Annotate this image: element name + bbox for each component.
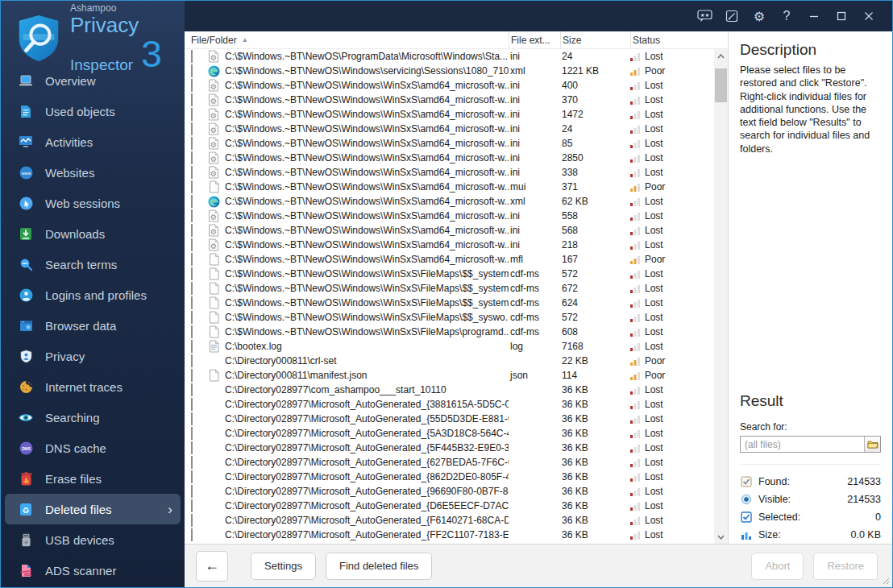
row-checkbox[interactable] bbox=[191, 267, 193, 280]
find-deleted-files-button[interactable]: Find deleted files bbox=[326, 553, 432, 580]
row-checkbox[interactable] bbox=[191, 93, 193, 106]
scroll-down-icon[interactable] bbox=[714, 530, 728, 544]
restore-button[interactable]: Restore bbox=[813, 553, 878, 580]
row-checkbox[interactable] bbox=[191, 50, 193, 63]
sidebar-item-search-terms[interactable]: Search terms bbox=[5, 249, 181, 280]
row-checkbox[interactable] bbox=[191, 369, 193, 382]
maximize-icon[interactable] bbox=[828, 4, 855, 28]
column-header-file-folder[interactable]: File/Folder▲ bbox=[185, 31, 509, 48]
sidebar-item-activities[interactable]: Activities bbox=[5, 126, 181, 157]
table-row[interactable]: ⚙C:\$Windows.~BT\NewOS\Windows\WinSxS\am… bbox=[185, 78, 714, 93]
row-checkbox[interactable] bbox=[191, 209, 193, 222]
table-row[interactable]: C:\Directory028977\Microsoft_AutoGenerat… bbox=[185, 470, 714, 484]
row-checkbox[interactable] bbox=[191, 427, 193, 440]
table-row[interactable]: C:\Directory028977\Microsoft_AutoGenerat… bbox=[185, 484, 714, 499]
row-checkbox[interactable] bbox=[191, 122, 193, 135]
row-checkbox[interactable] bbox=[191, 528, 193, 541]
settings-button[interactable]: Settings bbox=[251, 553, 316, 580]
row-checkbox[interactable] bbox=[191, 224, 193, 237]
sidebar-item-usb-devices[interactable]: ⎈USB devices bbox=[5, 524, 181, 555]
column-header-status[interactable]: Status bbox=[630, 31, 728, 48]
sidebar-item-web-sessions[interactable]: Web sessions bbox=[5, 188, 181, 218]
row-checkbox[interactable] bbox=[191, 238, 193, 251]
row-checkbox[interactable] bbox=[191, 253, 193, 266]
row-checkbox[interactable] bbox=[191, 180, 193, 193]
row-checkbox[interactable] bbox=[191, 354, 193, 367]
table-row[interactable]: ⚙C:\$Windows.~BT\NewOS\ProgramData\Micro… bbox=[185, 49, 714, 64]
row-checkbox[interactable] bbox=[191, 166, 193, 179]
sidebar-item-websites[interactable]: wwwWebsites bbox=[5, 157, 181, 188]
sidebar-item-dns-cache[interactable]: DNSDNS cache bbox=[5, 433, 181, 463]
sidebar-item-erase-files[interactable]: Erase files bbox=[5, 463, 181, 494]
table-row[interactable]: ⚙C:\$Windows.~BT\NewOS\Windows\WinSxS\am… bbox=[185, 165, 714, 180]
row-checkbox[interactable] bbox=[191, 325, 193, 338]
table-row[interactable]: C:\$Windows.~BT\NewOS\Windows\WinSxS\amd… bbox=[185, 194, 714, 209]
feedback-icon[interactable]: ★★ bbox=[691, 4, 718, 28]
sidebar-item-privacy[interactable]: Privacy bbox=[5, 341, 181, 371]
sidebar-item-logins-and-profiles[interactable]: Logins and profiles bbox=[5, 280, 181, 310]
scrollbar-thumb[interactable] bbox=[715, 68, 727, 102]
resize-grip[interactable] bbox=[882, 577, 890, 585]
table-row[interactable]: ⚙C:\$Windows.~BT\NewOS\Windows\WinSxS\am… bbox=[185, 136, 714, 151]
row-checkbox[interactable] bbox=[191, 514, 193, 527]
sidebar-item-used-objects[interactable]: Used objects bbox=[5, 96, 181, 126]
table-row[interactable]: ⚙C:\$Windows.~BT\NewOS\Windows\WinSxS\am… bbox=[185, 93, 714, 107]
table-row[interactable]: C:\Directory028977\com_ashampoo___start_… bbox=[185, 383, 714, 397]
table-row[interactable]: C:\Directory028977\Microsoft_AutoGenerat… bbox=[185, 528, 714, 542]
row-checkbox[interactable] bbox=[191, 485, 193, 498]
table-row[interactable]: ⚙C:\$Windows.~BT\NewOS\Windows\WinSxS\am… bbox=[185, 151, 714, 165]
sidebar-item-deleted-files[interactable]: ♻Deleted files› bbox=[5, 494, 181, 524]
table-row[interactable]: ⚙C:\$Windows.~BT\NewOS\Windows\WinSxS\am… bbox=[185, 122, 714, 136]
row-checkbox[interactable] bbox=[191, 151, 193, 164]
table-row[interactable]: C:\$Windows.~BT\NewOS\Windows\WinSxS\Fil… bbox=[185, 296, 714, 310]
column-header-size[interactable]: Size bbox=[560, 31, 630, 48]
sidebar-item-overview[interactable]: Overview bbox=[5, 65, 181, 96]
sidebar-item-browser-data[interactable]: Browser data bbox=[5, 310, 181, 341]
abort-button[interactable]: Abort bbox=[751, 553, 804, 580]
notes-icon[interactable] bbox=[718, 4, 746, 28]
help-icon[interactable]: ? bbox=[773, 4, 800, 28]
table-row[interactable]: C:\Directory028977\Microsoft_AutoGenerat… bbox=[185, 441, 714, 455]
table-row[interactable]: C:\$Windows.~BT\NewOS\Windows\WinSxS\Fil… bbox=[185, 281, 714, 296]
row-checkbox[interactable] bbox=[191, 441, 193, 454]
table-row[interactable]: ⚙C:\$Windows.~BT\NewOS\Windows\WinSxS\am… bbox=[185, 209, 714, 223]
row-checkbox[interactable] bbox=[191, 311, 193, 324]
minimize-icon[interactable] bbox=[800, 4, 828, 28]
row-checkbox[interactable] bbox=[191, 195, 193, 208]
sidebar-item-downloads[interactable]: Downloads bbox=[5, 218, 181, 249]
table-row[interactable]: C:\bootex.loglog7168Lost bbox=[185, 339, 714, 354]
row-checkbox[interactable] bbox=[191, 412, 193, 425]
table-row[interactable]: C:\$Windows.~BT\NewOS\Windows\WinSxS\Fil… bbox=[185, 325, 714, 339]
row-checkbox[interactable] bbox=[191, 79, 193, 92]
row-checkbox[interactable] bbox=[191, 398, 193, 411]
row-checkbox[interactable] bbox=[191, 499, 193, 512]
row-checkbox[interactable] bbox=[191, 340, 193, 353]
row-checkbox[interactable] bbox=[191, 456, 193, 469]
table-row[interactable]: C:\$Windows.~BT\NewOS\Windows\servicing\… bbox=[185, 64, 714, 78]
close-icon[interactable] bbox=[855, 4, 883, 28]
table-row[interactable]: C:\Directory000811\manifest.jsonjson114P… bbox=[185, 368, 714, 383]
row-checkbox[interactable] bbox=[191, 282, 193, 295]
table-row[interactable]: C:\Directory028977\Microsoft_AutoGenerat… bbox=[185, 455, 714, 470]
table-row[interactable]: C:\$Windows.~BT\NewOS\Windows\WinSxS\Fil… bbox=[185, 310, 714, 325]
table-row[interactable]: C:\Directory028977\Microsoft_AutoGenerat… bbox=[185, 499, 714, 513]
browse-folder-button[interactable] bbox=[864, 437, 880, 452]
search-input[interactable] bbox=[740, 436, 881, 453]
table-row[interactable]: ⚙C:\$Windows.~BT\NewOS\Windows\WinSxS\am… bbox=[185, 223, 714, 238]
table-row[interactable]: C:\Directory028977\Microsoft_AutoGenerat… bbox=[185, 397, 714, 412]
row-checkbox[interactable] bbox=[191, 64, 193, 77]
row-checkbox[interactable] bbox=[191, 296, 193, 309]
sidebar-item-searching[interactable]: Searching bbox=[5, 402, 181, 433]
table-row[interactable]: C:\Directory000811\crl-set22 KBPoor bbox=[185, 354, 714, 368]
table-row[interactable]: C:\Directory028977\Microsoft_AutoGenerat… bbox=[185, 426, 714, 441]
row-checkbox[interactable] bbox=[191, 383, 193, 396]
table-row[interactable]: C:\$Windows.~BT\NewOS\Windows\WinSxS\amd… bbox=[185, 252, 714, 267]
row-checkbox[interactable] bbox=[191, 470, 193, 483]
table-row[interactable]: C:\$Windows.~BT\NewOS\Windows\WinSxS\amd… bbox=[185, 180, 714, 194]
settings-gear-icon[interactable]: ⚙ bbox=[746, 4, 773, 28]
back-button[interactable]: ← bbox=[196, 551, 228, 582]
row-checkbox[interactable] bbox=[191, 137, 193, 150]
table-row[interactable]: C:\Directory028977\Microsoft_AutoGenerat… bbox=[185, 412, 714, 426]
column-header-file-ext[interactable]: File ext... bbox=[509, 31, 560, 48]
sidebar-item-ads-scanner[interactable]: ADSADS scanner bbox=[5, 555, 181, 586]
